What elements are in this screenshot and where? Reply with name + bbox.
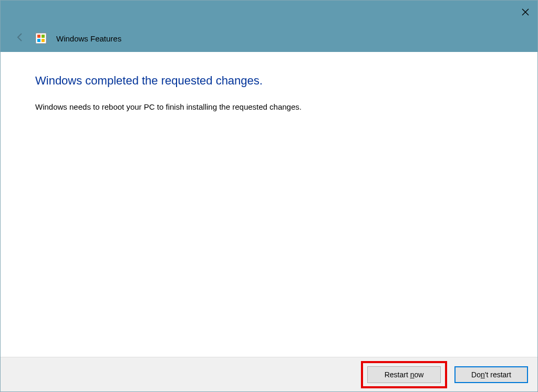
dont-restart-button[interactable]: Don't restart	[454, 366, 528, 383]
content-area: Windows completed the requested changes.…	[1, 52, 537, 357]
svg-rect-3	[37, 35, 40, 38]
back-arrow-icon	[15, 32, 25, 45]
header-title: Windows Features	[56, 34, 121, 43]
svg-rect-6	[42, 39, 45, 42]
svg-rect-5	[37, 39, 40, 42]
titlebar	[1, 1, 537, 25]
close-button[interactable]	[513, 1, 537, 25]
button-label: Don't restart	[471, 370, 511, 379]
restart-now-button[interactable]: Restart now	[367, 366, 441, 383]
dialog-window: Windows Features Windows completed the r…	[0, 0, 538, 392]
highlight-outline: Restart now	[361, 361, 447, 388]
windows-features-icon	[35, 33, 47, 44]
main-heading: Windows completed the requested changes.	[35, 74, 503, 88]
back-button	[14, 33, 26, 44]
close-icon	[522, 7, 529, 18]
body-text: Windows needs to reboot your PC to finis…	[35, 102, 503, 111]
button-label: Restart now	[385, 370, 424, 379]
footer-bar: Restart now Don't restart	[1, 357, 537, 391]
header-strip: Windows Features	[1, 25, 537, 52]
svg-rect-4	[42, 35, 45, 38]
